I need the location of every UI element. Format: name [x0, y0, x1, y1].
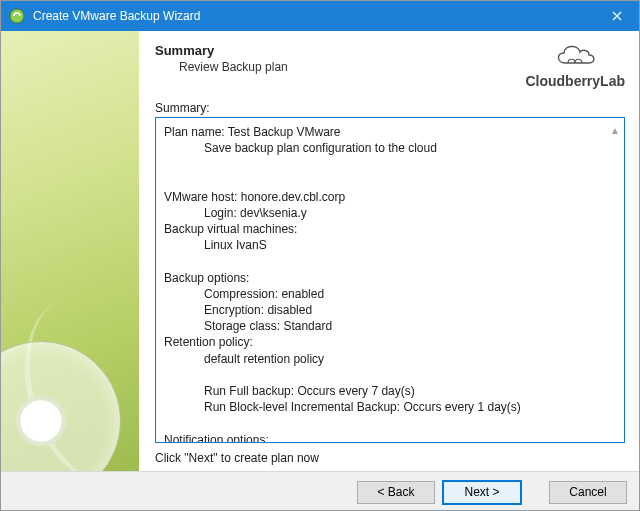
login-label: Login:: [204, 206, 237, 220]
summary-label: Summary:: [155, 101, 625, 115]
full-backup-value: Run Full backup: Occurs every 7 day(s): [204, 384, 415, 398]
save-config-value: Save backup plan configuration to the cl…: [204, 141, 437, 155]
vm-name-value: Linux IvanS: [204, 238, 267, 252]
scroll-up-icon[interactable]: ▲: [610, 124, 620, 138]
backup-options-label: Backup options:: [164, 271, 249, 285]
compression-value: enabled: [281, 287, 324, 301]
storage-class-label: Storage class:: [204, 319, 280, 333]
back-button[interactable]: < Back: [357, 481, 435, 504]
hint-text: Click "Next" to create plan now: [155, 451, 625, 465]
wizard-body: Summary Review Backup plan CloudberryLab…: [1, 31, 639, 471]
side-banner: [1, 31, 139, 471]
vmware-host-label: VMware host:: [164, 190, 237, 204]
login-value: dev\ksenia.y: [240, 206, 307, 220]
plan-name-value: Test Backup VMware: [228, 125, 341, 139]
window-title: Create VMware Backup Wizard: [33, 9, 594, 23]
vm-section-label: Backup virtual machines:: [164, 222, 297, 236]
encryption-label: Encryption:: [204, 303, 264, 317]
compression-label: Compression:: [204, 287, 278, 301]
cancel-button[interactable]: Cancel: [549, 481, 627, 504]
titlebar: Create VMware Backup Wizard: [1, 1, 639, 31]
plan-name-label: Plan name:: [164, 125, 225, 139]
retention-label: Retention policy:: [164, 335, 253, 349]
close-icon: [612, 11, 622, 21]
encryption-value: disabled: [267, 303, 312, 317]
cloud-icon: [551, 41, 599, 71]
incremental-backup-value: Run Block-level Incremental Backup: Occu…: [204, 400, 521, 414]
summary-textbox[interactable]: ▲ Plan name: Test Backup VMware Save bac…: [155, 117, 625, 443]
svg-point-0: [10, 9, 24, 23]
next-button[interactable]: Next >: [443, 481, 521, 504]
storage-class-value: Standard: [283, 319, 332, 333]
brand-logo: CloudberryLab: [525, 41, 625, 89]
main-panel: Summary Review Backup plan CloudberryLab…: [139, 31, 639, 471]
page-subtitle: Review Backup plan: [155, 60, 288, 74]
close-button[interactable]: [594, 1, 639, 31]
retention-value: default retention policy: [204, 352, 324, 366]
footer: < Back Next > Cancel: [1, 471, 639, 511]
page-title: Summary: [155, 43, 288, 58]
vmware-host-value: honore.dev.cbl.corp: [241, 190, 346, 204]
brand-name: CloudberryLab: [525, 73, 625, 89]
notification-label: Notification options:: [164, 433, 269, 443]
app-icon: [9, 8, 25, 24]
